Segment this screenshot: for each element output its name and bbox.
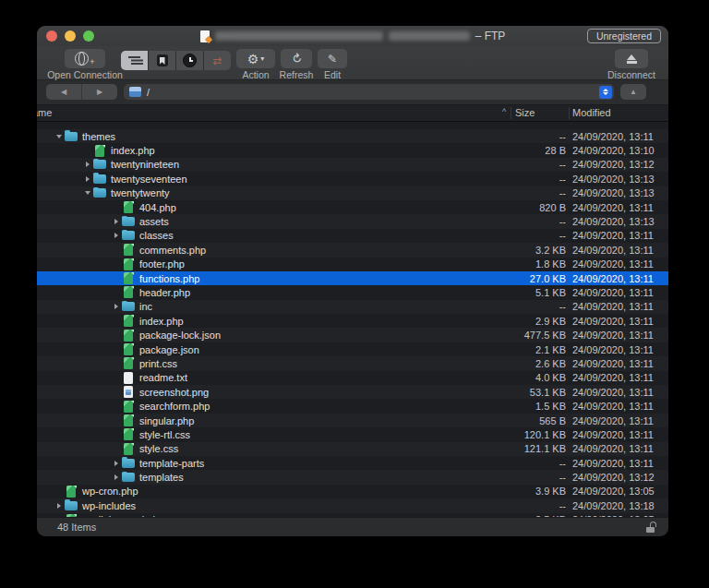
- table-row[interactable]: singular.php 565 B 24/09/2020, 13:11: [37, 414, 668, 427]
- table-row[interactable]: classes -- 24/09/2020, 13:11: [37, 229, 668, 243]
- plus-icon: +: [90, 57, 94, 66]
- table-row[interactable]: comments.php 3.2 KB 24/09/2020, 13:11: [37, 243, 668, 257]
- edit-button[interactable]: ✎: [318, 49, 347, 68]
- file-size: 2.6 KB: [480, 358, 572, 369]
- php-file-icon: [122, 401, 136, 413]
- table-row[interactable]: searchform.php 1.5 KB 24/09/2020, 13:11: [37, 399, 668, 413]
- refresh-button[interactable]: ↻: [281, 49, 312, 68]
- table-row[interactable]: package-lock.json 477.5 KB 24/09/2020, 1…: [37, 328, 668, 342]
- table-row[interactable]: themes -- 24/09/2020, 13:11: [37, 129, 668, 143]
- disclosure-triangle-icon[interactable]: [81, 176, 93, 182]
- table-row[interactable]: templates -- 24/09/2020, 13:12: [37, 470, 668, 484]
- refresh-label: Refresh: [278, 69, 315, 80]
- php-file-icon: [122, 428, 136, 440]
- table-row[interactable]: functions.php 27.0 KB 24/09/2020, 13:11: [37, 271, 668, 285]
- text-file-icon: [122, 372, 136, 384]
- close-window-button[interactable]: [46, 30, 57, 42]
- table-row[interactable]: twentytwenty -- 24/09/2020, 13:13: [37, 186, 668, 200]
- back-button[interactable]: ◀: [46, 84, 82, 100]
- disconnect-button[interactable]: [615, 49, 648, 68]
- path-stepper-control[interactable]: [599, 86, 612, 99]
- file-modified: 24/09/2020, 13:13: [572, 216, 668, 227]
- table-row[interactable]: inc -- 24/09/2020, 13:11: [37, 300, 668, 314]
- folder-icon: [122, 230, 136, 242]
- open-connection-label: Open Connection: [42, 69, 127, 80]
- file-name: templates: [139, 472, 184, 483]
- file-modified: 24/09/2020, 13:11: [572, 415, 668, 426]
- table-row[interactable]: twentyseventeen -- 24/09/2020, 13:13: [37, 172, 668, 186]
- minimize-window-button[interactable]: [65, 30, 76, 42]
- php-file-icon: [122, 244, 136, 256]
- disclosure-triangle-icon[interactable]: [53, 135, 65, 138]
- file-size: 1.8 KB: [480, 258, 572, 270]
- php-file-icon: [122, 343, 136, 355]
- table-row[interactable]: 404.php 820 B 24/09/2020, 13:11: [37, 200, 668, 214]
- sync-view-segment[interactable]: ⇄: [204, 51, 231, 70]
- file-modified: 24/09/2020, 13:11: [572, 358, 668, 369]
- table-row[interactable]: print.css 2.6 KB 24/09/2020, 13:11: [37, 356, 668, 370]
- action-button[interactable]: ⚙ ▾: [236, 49, 275, 68]
- table-row[interactable]: style.css 121.1 KB 24/09/2020, 13:11: [37, 442, 668, 456]
- table-row[interactable]: footer.php 1.8 KB 24/09/2020, 13:11: [37, 258, 668, 271]
- column-divider[interactable]: [569, 107, 570, 119]
- file-size: --: [480, 131, 572, 142]
- disclosure-triangle-icon[interactable]: [81, 191, 93, 195]
- list-view-segment[interactable]: [121, 51, 149, 70]
- file-size: 27.0 KB: [480, 273, 572, 284]
- column-header-modified[interactable]: Modified: [572, 107, 611, 118]
- refresh-icon: ↻: [288, 50, 305, 66]
- table-row[interactable]: style-rtl.css 120.1 KB 24/09/2020, 13:11: [37, 427, 668, 441]
- title-bar[interactable]: – FTP Unregistered: [37, 26, 668, 46]
- disclosure-triangle-icon[interactable]: [110, 304, 122, 309]
- table-row[interactable]: twentynineteen -- 24/09/2020, 13:12: [37, 158, 668, 172]
- disclosure-triangle-icon[interactable]: [110, 474, 122, 480]
- file-modified: 24/09/2020, 13:11: [572, 429, 668, 440]
- table-row[interactable]: screenshot.png 53.1 KB 24/09/2020, 13:11: [37, 385, 668, 399]
- table-row[interactable]: readme.txt 4.0 KB 24/09/2020, 13:11: [37, 371, 668, 385]
- column-header-name[interactable]: Name: [37, 107, 92, 118]
- table-row[interactable]: template-parts -- 24/09/2020, 13:11: [37, 456, 668, 470]
- file-name: twentytwenty: [111, 187, 170, 198]
- column-divider[interactable]: [511, 107, 511, 119]
- file-name-cell: readme.txt: [37, 372, 480, 384]
- file-size: 1.5 KB: [480, 401, 572, 412]
- file-name: style.css: [139, 443, 178, 454]
- table-row[interactable]: index.php 28 B 24/09/2020, 13:10: [37, 143, 668, 157]
- open-connection-button[interactable]: +: [65, 49, 105, 68]
- file-name-cell: functions.php: [37, 272, 480, 284]
- view-segmented-control: ⇄: [121, 51, 231, 70]
- path-dropdown[interactable]: /: [124, 84, 614, 100]
- file-modified: 24/09/2020, 13:11: [572, 273, 668, 284]
- unregistered-badge[interactable]: Unregistered: [587, 29, 661, 43]
- table-row[interactable]: wp-cron.php 3.9 KB 24/09/2020, 13:05: [37, 485, 668, 498]
- disclosure-triangle-icon[interactable]: [81, 162, 93, 167]
- history-view-segment[interactable]: [176, 51, 204, 70]
- column-header-size[interactable]: Size: [515, 107, 535, 118]
- disclosure-triangle-icon[interactable]: [110, 461, 122, 466]
- table-row[interactable]: assets -- 24/09/2020, 13:13: [37, 214, 668, 228]
- php-file-icon: [122, 272, 136, 284]
- forward-button[interactable]: ▶: [82, 84, 117, 100]
- status-bar: 48 Items: [37, 517, 668, 536]
- file-size: --: [480, 472, 572, 483]
- parent-directory-button[interactable]: ▲: [620, 84, 646, 100]
- bookmarks-view-segment[interactable]: [149, 51, 176, 70]
- file-name: classes: [139, 230, 174, 241]
- file-modified: 24/09/2020, 13:11: [572, 372, 668, 383]
- file-modified: 24/09/2020, 13:05: [572, 486, 668, 497]
- file-name: package-lock.json: [139, 330, 221, 341]
- disclosure-triangle-icon[interactable]: [110, 233, 122, 238]
- file-name-cell: inc: [37, 301, 480, 313]
- file-modified: 24/09/2020, 13:11: [572, 301, 668, 312]
- edit-label: Edit: [317, 69, 348, 80]
- table-row[interactable]: wp-includes -- 24/09/2020, 13:18: [37, 498, 668, 512]
- table-row[interactable]: index.php 2.9 KB 24/09/2020, 13:11: [37, 314, 668, 328]
- file-size: --: [480, 159, 572, 170]
- disclosure-triangle-icon[interactable]: [53, 503, 65, 509]
- eject-icon: [627, 54, 637, 64]
- table-row[interactable]: header.php 5.1 KB 24/09/2020, 13:11: [37, 285, 668, 299]
- unlocked-padlock-icon[interactable]: [646, 522, 657, 534]
- disclosure-triangle-icon[interactable]: [110, 219, 122, 224]
- zoom-window-button[interactable]: [83, 30, 94, 42]
- table-row[interactable]: package.json 2.1 KB 24/09/2020, 13:11: [37, 342, 668, 356]
